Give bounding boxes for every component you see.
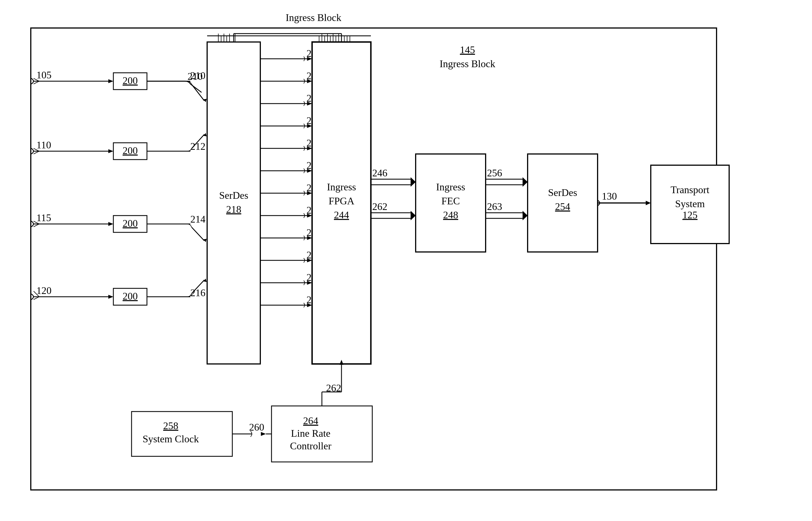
label-fpga-244: 244 <box>334 209 349 221</box>
serdes-218-box <box>207 42 260 364</box>
label-258: 258 <box>163 420 178 431</box>
label-serdes-254: SerDes <box>548 187 577 198</box>
arrow-110 <box>108 149 113 153</box>
arrow-120 <box>108 295 113 299</box>
label-ingress-block: Ingress Block <box>440 58 495 69</box>
label-system-clock: System Clock <box>142 433 199 445</box>
label-120: 120 <box>37 285 51 296</box>
label-254: 254 <box>555 201 570 212</box>
label-110: 110 <box>37 139 51 151</box>
arrow-263 <box>523 211 528 220</box>
label-line-rate2: Controller <box>290 440 331 452</box>
label-transport2: System <box>675 198 705 209</box>
arrow-105 <box>108 79 113 83</box>
label-115: 115 <box>37 212 51 223</box>
label-145: 145 <box>460 44 475 55</box>
label-ingress-fpga2: FPGA <box>329 196 354 207</box>
label-ingress-fec2: FEC <box>441 196 460 207</box>
label-fec-248: 248 <box>443 209 458 221</box>
arrow-262-left <box>411 211 416 220</box>
diagram-container: Ingress Block 145 Ingress Block 105 110 … <box>6 6 806 515</box>
main-title: Ingress Block <box>286 12 342 23</box>
label-210: 210 <box>190 70 205 81</box>
label-200-3: 200 <box>123 218 138 229</box>
label-ingress-fpga1: Ingress <box>327 181 356 192</box>
label-263: 263 <box>487 201 502 212</box>
label-200-4: 200 <box>123 291 138 302</box>
label-105: 105 <box>37 69 51 81</box>
label-125: 125 <box>682 209 697 221</box>
label-246: 246 <box>372 167 387 179</box>
label-214: 214 <box>190 213 205 225</box>
svg-line-11 <box>192 85 204 101</box>
label-262-right: 262 <box>326 382 341 393</box>
label-218: 218 <box>226 204 241 215</box>
label-transport1: Transport <box>671 184 710 196</box>
label-260: 260 <box>249 422 264 433</box>
label-262-left: 262 <box>372 201 387 212</box>
label-line-rate1: Line Rate <box>291 428 330 439</box>
svg-line-17 <box>192 227 204 241</box>
arrow-transport <box>646 201 651 205</box>
label-130: 130 <box>602 191 617 202</box>
label-200-1: 200 <box>123 75 138 86</box>
label-200-2: 200 <box>123 145 138 156</box>
arrow-115 <box>108 222 113 226</box>
label-212: 212 <box>190 141 205 152</box>
label-ingress-fec1: Ingress <box>436 181 465 192</box>
arrow-246 <box>411 177 416 187</box>
label-256: 256 <box>487 167 502 179</box>
label-serdes: SerDes <box>219 190 248 201</box>
label-264: 264 <box>303 415 318 426</box>
arrow-256 <box>523 177 528 187</box>
